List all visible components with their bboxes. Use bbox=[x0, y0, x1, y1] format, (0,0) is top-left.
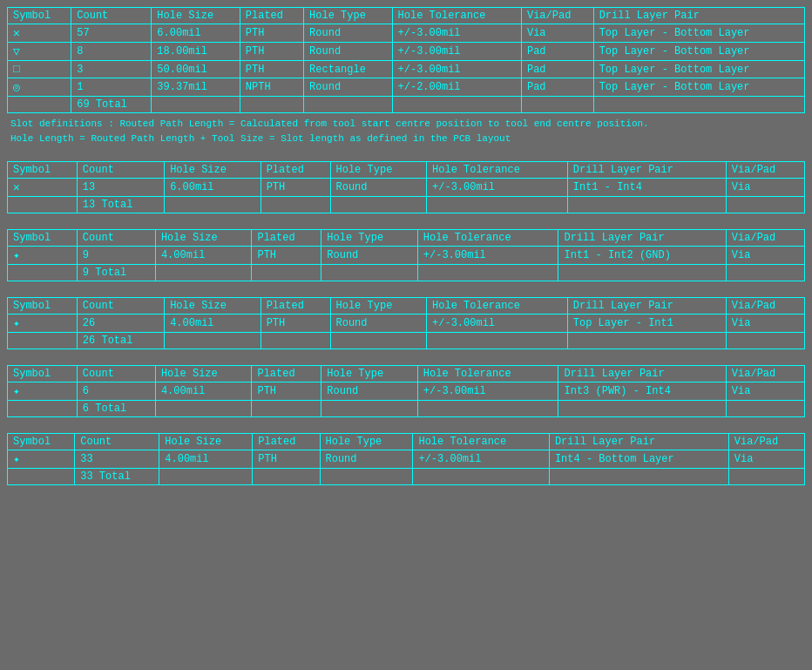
cell-total-empty bbox=[417, 265, 558, 281]
cell-total-empty bbox=[165, 197, 261, 213]
cell-total-empty bbox=[726, 401, 804, 417]
col-header-plated-3: Plated bbox=[252, 230, 321, 247]
col-header-count-3: Count bbox=[77, 230, 155, 247]
cell-holetolerance: +/-3.00mil bbox=[427, 315, 568, 333]
cell-holetolerance: +/-3.00mil bbox=[413, 450, 549, 469]
cell-total-empty bbox=[320, 469, 413, 485]
cell-holetype: Round bbox=[304, 24, 392, 43]
cell-drilllayerpair: Top Layer - Int1 bbox=[567, 315, 726, 333]
cell-total: 13 Total bbox=[77, 197, 164, 213]
cell-count: 8 bbox=[71, 43, 152, 61]
col-header-holetype-3: Hole Type bbox=[321, 230, 418, 247]
cell-plated: PTH bbox=[240, 61, 303, 78]
cell-drilllayerpair: Int3 (PWR) - Int4 bbox=[558, 382, 726, 401]
cell-total-empty bbox=[8, 265, 78, 281]
cell-drilllayerpair: Top Layer - Bottom Layer bbox=[593, 24, 804, 43]
cell-viapad: Via bbox=[521, 24, 593, 43]
cell-total-empty bbox=[427, 197, 568, 213]
cell-viapad: Via bbox=[728, 450, 804, 469]
cell-plated: PTH bbox=[252, 382, 321, 401]
cell-plated: PTH bbox=[240, 43, 303, 61]
cell-count: 13 bbox=[77, 179, 164, 197]
cell-total-empty bbox=[330, 197, 427, 213]
cell-plated: PTH bbox=[253, 450, 320, 469]
drill-table-3: Symbol Count Hole Size Plated Hole Type … bbox=[7, 229, 805, 281]
table-header-row-1: Symbol Count Hole Size Plated Hole Type … bbox=[8, 8, 805, 24]
table-row: ◎ 1 39.37mil NPTH Round +/-2.00mil Pad T… bbox=[8, 78, 805, 97]
table-row: ✕ 57 6.00mil PTH Round +/-3.00mil Via To… bbox=[8, 24, 805, 43]
col-header-count-5: Count bbox=[77, 366, 155, 382]
table-total-row: 13 Total bbox=[8, 197, 805, 213]
table-row: ✕ 13 6.00mil PTH Round +/-3.00mil Int1 -… bbox=[8, 179, 805, 197]
col-header-viapad-4: Via/Pad bbox=[726, 298, 804, 315]
cell-total-empty bbox=[567, 197, 726, 213]
cell-holetype: Round bbox=[304, 43, 392, 61]
cell-total-empty bbox=[240, 97, 303, 113]
col-header-holesize-4: Hole Size bbox=[165, 298, 261, 315]
drill-table-section-6: Symbol Count Hole Size Plated Hole Type … bbox=[7, 433, 805, 485]
cell-plated: PTH bbox=[240, 24, 303, 43]
cell-count: 6 bbox=[77, 382, 155, 401]
col-header-plated-2: Plated bbox=[261, 162, 330, 179]
col-header-holesize-2: Hole Size bbox=[165, 162, 261, 179]
cell-total-empty bbox=[726, 333, 804, 349]
col-header-holetype-2: Hole Type bbox=[330, 162, 427, 179]
drill-table-2: Symbol Count Hole Size Plated Hole Type … bbox=[7, 161, 805, 213]
cell-symbol: ✦ bbox=[8, 450, 75, 469]
cell-total-empty bbox=[417, 401, 558, 417]
cell-total-empty bbox=[726, 265, 804, 281]
cell-total: 9 Total bbox=[77, 265, 155, 281]
col-header-viapad-1: Via/Pad bbox=[521, 8, 593, 24]
cell-total: 6 Total bbox=[77, 401, 155, 417]
cell-total-empty bbox=[392, 97, 521, 113]
cell-drilllayerpair: Int1 - Int2 (GND) bbox=[558, 247, 726, 265]
col-header-viapad-2: Via/Pad bbox=[726, 162, 804, 179]
cell-count: 1 bbox=[71, 78, 152, 97]
cell-holetolerance: +/-3.00mil bbox=[417, 382, 558, 401]
cell-total-empty bbox=[8, 469, 75, 485]
cell-count: 26 bbox=[77, 315, 164, 333]
cell-total-empty bbox=[253, 469, 320, 485]
table-total-row: 33 Total bbox=[8, 469, 805, 485]
cell-total-empty bbox=[330, 333, 427, 349]
cell-symbol: ▽ bbox=[8, 43, 71, 61]
col-header-holetype-6: Hole Type bbox=[320, 434, 413, 450]
col-header-count-2: Count bbox=[77, 162, 164, 179]
cell-viapad: Pad bbox=[521, 78, 593, 97]
note-line-2: Hole Length = Routed Path Length + Tool … bbox=[10, 133, 511, 144]
col-header-drilllayerpair-5: Drill Layer Pair bbox=[558, 366, 726, 382]
drill-table-section-4: Symbol Count Hole Size Plated Hole Type … bbox=[7, 297, 805, 349]
cell-holetolerance: +/-3.00mil bbox=[392, 43, 521, 61]
cell-viapad: Via bbox=[726, 315, 804, 333]
col-header-holetolerance-6: Hole Tolerance bbox=[413, 434, 549, 450]
col-header-holetolerance-4: Hole Tolerance bbox=[427, 298, 568, 315]
col-header-drilllayerpair-4: Drill Layer Pair bbox=[567, 298, 726, 315]
drill-table-section-2: Symbol Count Hole Size Plated Hole Type … bbox=[7, 161, 805, 213]
table-row: ✦ 6 4.00mil PTH Round +/-3.00mil Int3 (P… bbox=[8, 382, 805, 401]
cell-holetype: Round bbox=[330, 315, 427, 333]
cell-total-empty bbox=[8, 97, 71, 113]
col-header-holetolerance-1: Hole Tolerance bbox=[392, 8, 521, 24]
cell-plated: PTH bbox=[252, 247, 321, 265]
cell-total-empty bbox=[155, 401, 252, 417]
cell-symbol: ✕ bbox=[8, 179, 78, 197]
col-header-holesize-3: Hole Size bbox=[155, 230, 252, 247]
table-total-row: 9 Total bbox=[8, 265, 805, 281]
cell-total-empty bbox=[152, 97, 240, 113]
drill-table-6: Symbol Count Hole Size Plated Hole Type … bbox=[7, 433, 805, 485]
cell-drilllayerpair: Top Layer - Bottom Layer bbox=[593, 78, 804, 97]
col-header-viapad-3: Via/Pad bbox=[726, 230, 804, 247]
cell-holesize: 4.00mil bbox=[155, 247, 252, 265]
table-row: ✦ 9 4.00mil PTH Round +/-3.00mil Int1 - … bbox=[8, 247, 805, 265]
col-header-plated-1: Plated bbox=[240, 8, 303, 24]
cell-drilllayerpair: Top Layer - Bottom Layer bbox=[593, 61, 804, 78]
drill-table-4: Symbol Count Hole Size Plated Hole Type … bbox=[7, 297, 805, 349]
cell-total-empty bbox=[8, 401, 78, 417]
cell-viapad: Via bbox=[726, 382, 804, 401]
cell-total-empty bbox=[8, 197, 78, 213]
cell-holetolerance: +/-3.00mil bbox=[392, 24, 521, 43]
col-header-holesize-6: Hole Size bbox=[159, 434, 253, 450]
cell-total-empty bbox=[8, 333, 78, 349]
cell-total-empty bbox=[549, 469, 728, 485]
col-header-symbol-5: Symbol bbox=[8, 366, 78, 382]
